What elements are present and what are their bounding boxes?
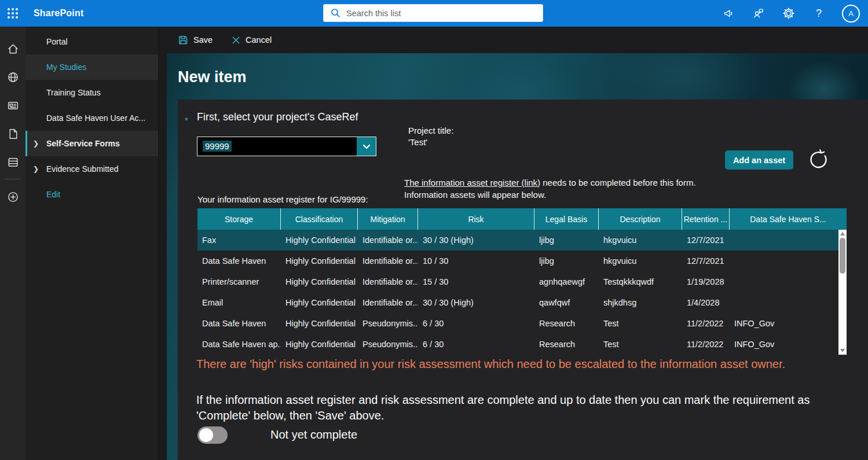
app-window: SharePoint: [0, 0, 868, 460]
table-cell: 6 / 30: [418, 334, 534, 355]
required-asterisk: *: [185, 115, 188, 125]
table-cell: Research: [534, 313, 599, 334]
asset-table-body: FaxHighly ConfidentialIdentifiable or...…: [197, 230, 838, 355]
sidebar-item-label: Data Safe Haven User Ac...: [46, 113, 145, 123]
column-header[interactable]: Storage: [197, 208, 281, 230]
table-row[interactable]: Data Safe Haven ap...Highly Confidential…: [197, 334, 838, 355]
sidebar-item-training-status[interactable]: Training Status: [25, 80, 158, 105]
column-header[interactable]: Mitigation: [358, 208, 418, 230]
add-new-icon[interactable]: [0, 183, 25, 211]
table-cell: shjkdhsg: [599, 292, 682, 313]
table-cell: 11/2/2022: [682, 334, 730, 355]
table-cell: [730, 230, 838, 251]
column-header[interactable]: Risk: [418, 208, 534, 230]
news-icon[interactable]: [0, 91, 25, 120]
completion-instructions: If the information asset register and ri…: [196, 392, 825, 424]
refresh-icon[interactable]: [807, 148, 829, 170]
sidebar-item-portal[interactable]: Portal: [25, 29, 158, 54]
table-row[interactable]: Printer/scannerHighly ConfidentialIdenti…: [197, 271, 838, 292]
column-header[interactable]: Retention ...: [682, 208, 730, 230]
column-header[interactable]: Classification: [281, 208, 358, 230]
topbar: SharePoint: [0, 0, 868, 27]
table-cell: hkgvuicu: [599, 251, 682, 271]
search-input[interactable]: [346, 9, 520, 18]
sidebar-item-edit[interactable]: Edit: [25, 182, 158, 207]
help-icon[interactable]: ?: [812, 6, 826, 20]
people-feed-icon[interactable]: [752, 6, 766, 20]
project-title: Project title: 'Test': [408, 125, 453, 148]
table-row[interactable]: Data Safe HavenHighly ConfidentialIdenti…: [197, 251, 838, 271]
home-icon[interactable]: [0, 35, 25, 63]
chevron-right-icon[interactable]: ❯: [33, 165, 39, 173]
table-cell: Pseudonymis...: [358, 334, 418, 355]
page-title: New item: [178, 68, 247, 86]
megaphone-icon[interactable]: [721, 6, 735, 20]
table-scrollbar[interactable]: [838, 230, 847, 355]
column-header[interactable]: Data Safe Haven S...: [730, 208, 847, 230]
scroll-down-icon[interactable]: [840, 349, 845, 352]
column-header[interactable]: Legal Basis: [534, 208, 599, 230]
sidebar-item-label: Evidence Submitted: [46, 164, 119, 174]
add-asset-button[interactable]: Add an asset: [725, 150, 793, 170]
table-cell: 12/7/2021: [682, 251, 730, 271]
table-cell: Highly Confidential: [281, 292, 358, 313]
sidebar-item-my-studies[interactable]: My Studies: [25, 54, 158, 80]
settings-gear-icon[interactable]: [782, 6, 796, 20]
topbar-actions: ? A: [721, 0, 863, 27]
table-cell: 10 / 30: [418, 251, 534, 271]
table-cell: Research: [534, 334, 599, 355]
table-cell: agnhqaewgf: [534, 271, 599, 292]
sidebar-item-data-safe-haven-user-ac[interactable]: Data Safe Haven User Ac...: [25, 105, 158, 131]
search-box: [323, 4, 543, 22]
table-row[interactable]: Data Safe HavenHighly ConfidentialPseudo…: [197, 313, 838, 334]
table-cell: Data Safe Haven ap...: [197, 334, 281, 355]
caseref-label: First, select your project's CaseRef: [197, 111, 358, 123]
save-button[interactable]: Save: [178, 35, 213, 45]
table-cell: [730, 251, 838, 271]
table-cell: INFO_Gov: [730, 334, 838, 355]
table-row[interactable]: EmailHighly ConfidentialIdentifiable or.…: [197, 292, 838, 313]
caseref-dropdown-button[interactable]: [357, 137, 376, 156]
table-cell: Highly Confidential: [281, 271, 358, 292]
register-link[interactable]: The information asset register (link: [404, 178, 537, 187]
column-header[interactable]: Description: [599, 208, 682, 230]
document-icon[interactable]: [0, 120, 25, 148]
search-icon: [331, 8, 340, 18]
save-icon: [178, 35, 188, 45]
chevron-down-icon: [361, 141, 372, 152]
lists-icon[interactable]: [0, 148, 25, 176]
sidebar-item-evidence-submitted[interactable]: ❯Evidence Submitted: [25, 156, 158, 182]
sidebar-item-self-service-forms[interactable]: ❯Self-Service Forms: [25, 131, 158, 156]
scrollbar-thumb[interactable]: [840, 238, 845, 274]
avatar[interactable]: A: [842, 5, 860, 23]
table-cell: Highly Confidential: [281, 230, 358, 251]
table-row[interactable]: FaxHighly ConfidentialIdentifiable or...…: [197, 230, 838, 251]
globe-icon[interactable]: [0, 63, 25, 91]
table-cell: Highly Confidential: [281, 334, 358, 355]
asset-table-header: StorageClassificationMitigationRiskLegal…: [197, 208, 847, 230]
app-launcher-button[interactable]: [0, 0, 25, 27]
complete-toggle[interactable]: [197, 426, 228, 444]
sharepoint-logo[interactable]: SharePoint: [34, 8, 83, 19]
high-risk-warning: There are 'high' risks contained in your…: [196, 356, 825, 372]
chevron-right-icon[interactable]: ❯: [33, 139, 39, 148]
table-cell: INFO_Gov: [730, 313, 838, 334]
table-cell: 6 / 30: [418, 313, 534, 334]
table-cell: 15 / 30: [418, 271, 534, 292]
sidebar-item-label: Self-Service Forms: [46, 139, 120, 148]
table-cell: 30 / 30 (High): [418, 292, 534, 313]
register-note: The information asset register (link) ne…: [404, 176, 696, 201]
table-cell: hkgvuicu: [599, 230, 682, 251]
caseref-combobox[interactable]: 99999: [197, 137, 376, 156]
sidebar-item-label: My Studies: [46, 62, 86, 72]
table-cell: Email: [197, 292, 281, 313]
table-cell: Test: [599, 313, 682, 334]
table-cell: 1/19/2028: [682, 271, 730, 292]
register-note-line2: Information assets will appear below.: [404, 189, 696, 201]
table-cell: Highly Confidential: [281, 251, 358, 271]
cancel-button[interactable]: Cancel: [232, 35, 272, 45]
toggle-knob: [199, 428, 213, 442]
scroll-up-icon[interactable]: [840, 232, 845, 235]
sidebar-item-label: Portal: [46, 37, 68, 46]
table-cell: Identifiable or...: [358, 292, 418, 313]
